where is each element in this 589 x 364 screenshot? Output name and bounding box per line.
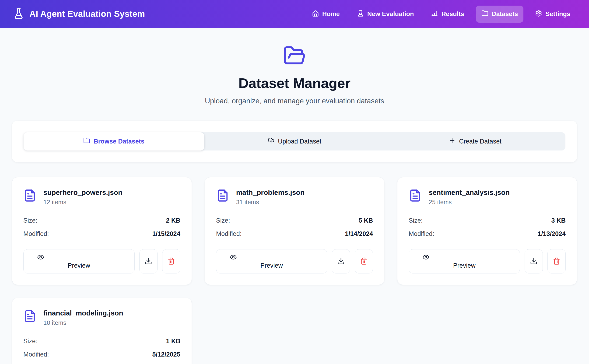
- page-subtitle: Upload, organize, and manage your evalua…: [0, 97, 589, 105]
- flask-logo-icon: [13, 8, 24, 20]
- page-title: Dataset Manager: [0, 75, 589, 91]
- modified-value: 1/15/2024: [152, 230, 180, 238]
- plus-icon: [449, 137, 455, 146]
- nav-item-label: Settings: [545, 11, 570, 18]
- dataset-filename: sentiment_analysis.json: [429, 188, 510, 196]
- folder-icon: [481, 10, 488, 19]
- size-row: Size: 2 KB: [23, 217, 180, 224]
- dataset-filename: financial_modeling.json: [43, 309, 123, 317]
- size-value: 5 KB: [359, 217, 373, 224]
- tabbar-card: Browse Datasets Upload Dataset Create Da…: [12, 121, 577, 162]
- tab-browse-datasets[interactable]: Browse Datasets: [24, 132, 204, 150]
- preview-label: Preview: [453, 262, 476, 269]
- size-label: Size:: [409, 217, 423, 224]
- trash-icon: [360, 257, 368, 266]
- dataset-grid: superhero_powers.json 12 items Size: 2 K…: [12, 177, 577, 364]
- eye-icon: [37, 254, 44, 261]
- file-icon: [216, 188, 229, 203]
- dataset-tabs: Browse Datasets Upload Dataset Create Da…: [24, 132, 565, 150]
- delete-button[interactable]: [162, 249, 180, 273]
- download-icon: [145, 257, 152, 266]
- nav-menu: Home New Evaluation Results Datasets Set…: [306, 6, 576, 23]
- nav-item-settings[interactable]: Settings: [530, 6, 576, 23]
- size-row: Size: 3 KB: [409, 217, 566, 224]
- nav-item-label: Datasets: [492, 11, 518, 18]
- eye-icon: [230, 254, 237, 261]
- modified-label: Modified:: [23, 230, 49, 238]
- tab-label: Browse Datasets: [94, 138, 144, 145]
- nav-item-home[interactable]: Home: [306, 6, 345, 23]
- modified-value: 1/14/2024: [345, 230, 373, 238]
- size-label: Size:: [23, 338, 37, 345]
- dataset-card: superhero_powers.json 12 items Size: 2 K…: [12, 177, 192, 285]
- gear-icon: [535, 10, 542, 19]
- size-value: 3 KB: [551, 217, 566, 224]
- nav-item-datasets[interactable]: Datasets: [476, 6, 524, 23]
- flask-icon: [357, 10, 364, 19]
- trash-icon: [168, 257, 175, 266]
- modified-value: 1/13/2024: [538, 230, 566, 238]
- modified-row: Modified: 1/13/2024: [409, 230, 566, 238]
- file-icon: [23, 309, 36, 324]
- bar-chart-icon: [431, 10, 438, 19]
- folder-icon: [83, 137, 90, 146]
- file-icon: [23, 188, 36, 203]
- tab-upload-dataset[interactable]: Upload Dataset: [204, 132, 385, 150]
- size-row: Size: 5 KB: [216, 217, 373, 224]
- preview-button[interactable]: Preview: [409, 249, 520, 273]
- tab-label: Create Dataset: [459, 138, 501, 145]
- dataset-item-count: 12 items: [43, 199, 122, 206]
- upload-cloud-icon: [268, 137, 274, 146]
- delete-button[interactable]: [547, 249, 566, 273]
- brand[interactable]: AI Agent Evaluation System: [13, 8, 145, 20]
- nav-item-new-evaluation[interactable]: New Evaluation: [351, 6, 420, 23]
- dataset-item-count: 25 items: [429, 199, 510, 206]
- modified-label: Modified:: [23, 351, 49, 358]
- nav-item-label: Home: [322, 11, 340, 18]
- preview-label: Preview: [68, 262, 90, 269]
- size-label: Size:: [23, 217, 37, 224]
- file-icon: [409, 188, 422, 203]
- preview-button[interactable]: Preview: [23, 249, 135, 273]
- modified-value: 5/12/2025: [152, 351, 180, 358]
- size-label: Size:: [216, 217, 230, 224]
- folder-open-icon: [0, 44, 589, 68]
- home-icon: [312, 10, 319, 19]
- preview-label: Preview: [260, 262, 283, 269]
- modified-label: Modified:: [216, 230, 242, 238]
- download-button[interactable]: [524, 249, 543, 273]
- preview-button[interactable]: Preview: [216, 249, 327, 273]
- dataset-filename: superhero_powers.json: [43, 188, 122, 196]
- modified-row: Modified: 1/14/2024: [216, 230, 373, 238]
- nav-item-label: Results: [441, 11, 464, 18]
- nav-item-results[interactable]: Results: [425, 6, 470, 23]
- nav-item-label: New Evaluation: [367, 11, 414, 18]
- size-row: Size: 1 KB: [23, 338, 180, 345]
- download-icon: [530, 257, 537, 266]
- dataset-item-count: 31 items: [236, 199, 304, 206]
- size-value: 2 KB: [166, 217, 180, 224]
- dataset-filename: math_problems.json: [236, 188, 304, 196]
- dataset-card: financial_modeling.json 10 items Size: 1…: [12, 298, 192, 364]
- brand-title: AI Agent Evaluation System: [29, 9, 145, 19]
- tab-create-dataset[interactable]: Create Dataset: [385, 132, 565, 150]
- modified-row: Modified: 5/12/2025: [23, 351, 180, 358]
- size-value: 1 KB: [166, 338, 180, 345]
- top-nav: AI Agent Evaluation System Home New Eval…: [0, 0, 589, 28]
- modified-label: Modified:: [409, 230, 434, 238]
- tab-label: Upload Dataset: [278, 138, 321, 145]
- dataset-card: sentiment_analysis.json 25 items Size: 3…: [397, 177, 577, 285]
- download-button[interactable]: [139, 249, 157, 273]
- eye-icon: [422, 254, 429, 261]
- delete-button[interactable]: [355, 249, 373, 273]
- dataset-item-count: 10 items: [43, 319, 123, 326]
- modified-row: Modified: 1/15/2024: [23, 230, 180, 238]
- download-button[interactable]: [332, 249, 350, 273]
- page-header: Dataset Manager Upload, organize, and ma…: [0, 28, 589, 105]
- download-icon: [337, 257, 345, 266]
- dataset-card: math_problems.json 31 items Size: 5 KB M…: [205, 177, 385, 285]
- trash-icon: [553, 257, 560, 266]
